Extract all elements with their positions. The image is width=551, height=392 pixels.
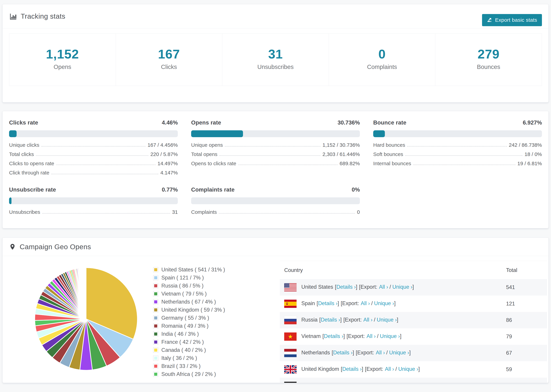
legend-label: Canada ( 40 / 2% ) bbox=[161, 347, 206, 353]
geo-table-row-es: Spain[Details ›][Export:All ›/Unique ›]1… bbox=[280, 295, 547, 312]
dotted-leader bbox=[225, 146, 320, 147]
legend-label: Spain ( 121 / 7% ) bbox=[161, 275, 204, 281]
rate-stat-value: 18 / 0% bbox=[524, 152, 542, 157]
export-all-link[interactable]: All › bbox=[379, 284, 388, 290]
export-icon bbox=[487, 17, 493, 24]
progress-bar-fill bbox=[373, 130, 385, 137]
legend-label: Germany ( 55 / 3% ) bbox=[161, 315, 209, 321]
export-unique-link[interactable]: Unique › bbox=[380, 333, 400, 339]
geo-opens-card: Campaign Geo Opens United States ( 541 /… bbox=[2, 238, 549, 383]
legend-label: Brazil ( 33 / 2% ) bbox=[161, 363, 201, 369]
flag-de-icon bbox=[284, 382, 297, 383]
rate-percentage: 30.736% bbox=[338, 119, 360, 126]
stat-value: 31 bbox=[222, 47, 329, 61]
export-all-link[interactable]: All › bbox=[376, 350, 385, 356]
bracket-close: ] bbox=[343, 333, 345, 339]
country-line: Netherlands[Details ›][Export:All ›/Uniq… bbox=[301, 350, 411, 356]
export-all-link[interactable]: All › bbox=[361, 300, 370, 306]
dotted-leader bbox=[42, 213, 170, 214]
rate-block-0: Clicks rate4.46%Unique clicks167 / 4.456… bbox=[9, 119, 178, 175]
rate-stat-value: 14.497% bbox=[158, 161, 178, 166]
export-prefix: [Export: bbox=[365, 366, 383, 372]
legend-item: Vietnam ( 79 / 5% ) bbox=[153, 291, 280, 297]
rate-stat-label: Opens to clicks rate bbox=[191, 161, 236, 166]
rate-stat-label: Soft bounces bbox=[373, 152, 403, 157]
geo-table: Country Total United States[Details ›][E… bbox=[280, 261, 547, 383]
export-unique-link[interactable]: Unique › bbox=[398, 366, 418, 372]
export-all-link[interactable]: All › bbox=[369, 382, 378, 383]
rate-title: Clicks rate bbox=[9, 119, 38, 126]
dotted-leader bbox=[51, 174, 158, 174]
stat-label: Opens bbox=[9, 63, 116, 70]
stat-box-opens: 1,152Opens bbox=[9, 34, 116, 86]
rate-head: Opens rate30.736% bbox=[191, 119, 360, 126]
legend-swatch bbox=[153, 267, 158, 272]
dotted-leader bbox=[219, 155, 320, 156]
legend-item: France ( 42 / 2% ) bbox=[153, 339, 280, 345]
export-all-link[interactable]: All › bbox=[363, 317, 373, 323]
details-link[interactable]: Details › bbox=[318, 300, 338, 306]
legend-label: South Africa ( 29 / 2% ) bbox=[161, 371, 216, 377]
rates-grid: Clicks rate4.46%Unique clicks167 / 4.456… bbox=[9, 119, 542, 215]
details-link[interactable]: Details › bbox=[321, 317, 340, 323]
export-all-link[interactable]: All › bbox=[385, 366, 394, 372]
page-title: Tracking stats bbox=[21, 12, 65, 20]
rate-stat-value: 167 / 4.456% bbox=[148, 142, 178, 148]
legend-swatch bbox=[153, 299, 158, 304]
export-unique-link[interactable]: Unique › bbox=[377, 317, 397, 323]
rate-block-2: Bounce rate6.927%Hard bounces242 / 86.73… bbox=[373, 119, 542, 175]
export-basic-stats-button[interactable]: Export basic stats bbox=[482, 14, 542, 26]
rate-percentage: 4.46% bbox=[162, 119, 178, 126]
details-link[interactable]: Details › bbox=[326, 382, 346, 383]
legend-item: Netherlands ( 67 / 4% ) bbox=[153, 299, 280, 305]
flag-vn-icon bbox=[284, 332, 297, 341]
stat-value: 279 bbox=[435, 47, 542, 61]
flag-nl-icon bbox=[284, 349, 297, 357]
details-link[interactable]: Details › bbox=[333, 350, 353, 356]
legend-swatch bbox=[153, 331, 158, 336]
geo-total-cell: 79 bbox=[502, 328, 547, 345]
rate-rows: Hard bounces242 / 86.738%Soft bounces18 … bbox=[373, 142, 542, 166]
bracket-open: [ bbox=[332, 350, 333, 356]
legend-swatch bbox=[153, 315, 158, 321]
rate-stat-row: Internal bounces19 / 6.81% bbox=[373, 161, 542, 166]
stat-value: 167 bbox=[116, 47, 222, 61]
legend-item: Romania ( 49 / 3% ) bbox=[153, 323, 280, 329]
export-prefix: [Export: bbox=[341, 300, 359, 306]
rate-stat-label: Complaints bbox=[191, 209, 217, 215]
details-link[interactable]: Details › bbox=[324, 333, 343, 339]
legend-label: United States ( 541 / 31% ) bbox=[161, 267, 225, 273]
country-line: Spain[Details ›][Export:All ›/Unique ›] bbox=[301, 300, 396, 306]
rate-stat-value: 242 / 86.738% bbox=[509, 142, 542, 148]
export-unique-link[interactable]: Unique › bbox=[389, 350, 409, 356]
legend-item: United Kingdom ( 59 / 3% ) bbox=[153, 307, 280, 313]
stat-box-complaints: 0Complaints bbox=[329, 34, 436, 86]
geo-opens-header: Campaign Geo Opens bbox=[3, 238, 548, 256]
rate-stat-row: Total opens2,303 / 61.446% bbox=[191, 152, 360, 157]
rate-stat-value: 220 / 5.87% bbox=[150, 152, 178, 157]
rate-title: Opens rate bbox=[191, 119, 221, 126]
export-prefix: [Export: bbox=[359, 284, 377, 290]
legend-swatch bbox=[153, 323, 158, 329]
rates-card: Clicks rate4.46%Unique clicks167 / 4.456… bbox=[2, 111, 549, 228]
progress-bar bbox=[373, 130, 542, 137]
flag-ru-icon bbox=[284, 316, 297, 324]
export-prefix: [Export: bbox=[356, 350, 374, 356]
legend-swatch bbox=[153, 348, 158, 353]
export-unique-link[interactable]: Unique › bbox=[382, 382, 402, 383]
export-all-link[interactable]: All › bbox=[367, 333, 376, 339]
geo-table-wrap: Country Total United States[Details ›][E… bbox=[280, 261, 547, 383]
flag-gb-icon bbox=[284, 365, 297, 373]
export-unique-link[interactable]: Unique › bbox=[392, 284, 412, 290]
geo-pie-legend: United States ( 541 / 31% )Spain ( 121 /… bbox=[153, 267, 280, 379]
legend-item: Germany ( 55 / 3% ) bbox=[153, 315, 280, 321]
legend-label: India ( 46 / 3% ) bbox=[161, 331, 199, 337]
geo-total-cell: 67 bbox=[502, 345, 547, 361]
rate-stat-row: Opens to clicks rate689.82% bbox=[191, 161, 360, 166]
details-link[interactable]: Details › bbox=[342, 366, 362, 372]
geo-opens-body: United States ( 541 / 31% )Spain ( 121 /… bbox=[3, 256, 548, 383]
progress-bar bbox=[9, 197, 178, 204]
details-link[interactable]: Details › bbox=[336, 284, 356, 290]
export-unique-link[interactable]: Unique › bbox=[374, 300, 394, 306]
country-name: Netherlands bbox=[301, 350, 330, 356]
